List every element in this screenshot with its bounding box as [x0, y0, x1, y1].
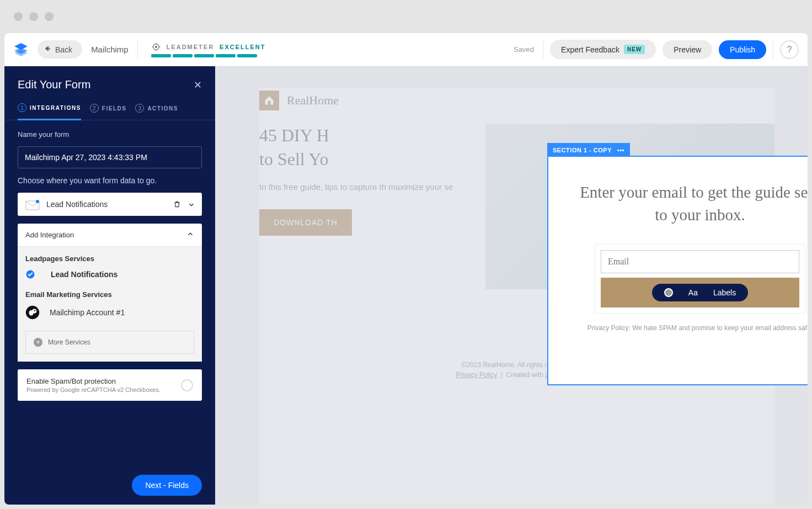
name-form-label: Name your form	[18, 130, 202, 139]
more-services-button[interactable]: + More Services	[25, 331, 194, 354]
crosshair-icon	[151, 42, 161, 52]
more-services-label: More Services	[48, 338, 90, 346]
hero-body: In this free guide, tips to capture th m…	[259, 181, 469, 194]
email-input[interactable]	[601, 250, 799, 273]
email-services-heading: Email Marketing Services	[25, 290, 194, 299]
brand-logo-icon	[259, 91, 279, 110]
breadcrumb: Mailchimp	[91, 45, 129, 54]
popup-privacy-text: Privacy Policy: We hate SPAM and promise…	[578, 324, 808, 332]
mailchimp-icon	[25, 305, 40, 320]
chevron-down-icon[interactable]	[188, 201, 194, 208]
selection-tag-label: SECTION 1 - COPY	[553, 147, 612, 153]
app-window: Back Mailchimp LEADMETER EXCELLENT Saved…	[4, 33, 808, 505]
add-integration-label: Add Integration	[25, 231, 74, 239]
window-dot	[14, 12, 23, 21]
spam-protection-card: Enable Spam/Bot protection Powered by Go…	[18, 369, 202, 401]
service-mailchimp[interactable]: Mailchimp Account #1	[25, 305, 194, 320]
back-button[interactable]: Back	[38, 40, 82, 59]
topbar: Back Mailchimp LEADMETER EXCELLENT Saved…	[4, 33, 808, 66]
integration-label: Lead Notifications	[46, 200, 167, 209]
expert-feedback-button[interactable]: Expert Feedback NEW	[550, 40, 656, 59]
svg-rect-12	[268, 101, 271, 105]
leadmeter-status: EXCELLENT	[220, 44, 265, 50]
editor-canvas[interactable]: RealHome 45 DIY H to Sell Yo In this fre…	[215, 66, 808, 505]
new-badge: NEW	[624, 45, 645, 54]
service-lead-notifications[interactable]: Lead Notifications	[25, 269, 194, 279]
spam-title: Enable Spam/Bot protection	[26, 377, 161, 385]
spam-toggle[interactable]	[181, 379, 193, 391]
trash-icon[interactable]	[173, 200, 181, 208]
step-label: ACTIONS	[147, 105, 178, 112]
leadpages-services-heading: Leadpages Services	[25, 254, 194, 263]
service-name: Mailchimp Account #1	[50, 308, 125, 317]
form-steps: 1 INTEGRATIONS 2 FIELDS 3 ACTIONS	[4, 91, 215, 120]
envelope-icon	[25, 199, 40, 209]
leadmeter-bars	[151, 54, 266, 57]
window-dot	[45, 12, 54, 21]
add-integration-panel: Add Integration Leadpages Services Lead …	[18, 224, 202, 362]
preview-button[interactable]: Preview	[663, 40, 712, 59]
panel-title: Edit Your Form	[18, 78, 90, 91]
back-label: Back	[55, 45, 72, 54]
brand-name: RealHome	[287, 93, 339, 108]
more-icon[interactable]: •••	[617, 147, 624, 153]
inline-style-toolbar: Aa Labels	[652, 284, 748, 301]
expert-feedback-label: Expert Feedback	[561, 45, 619, 54]
integration-lead-notifications[interactable]: Lead Notifications	[18, 193, 202, 216]
labels-control[interactable]: Labels	[713, 288, 736, 297]
step-actions[interactable]: 3 ACTIONS	[135, 103, 178, 120]
publish-button[interactable]: Publish	[719, 40, 766, 59]
submit-button-area[interactable]: Aa Labels	[601, 278, 799, 307]
arrow-left-icon	[44, 45, 52, 54]
edit-form-panel: Edit Your Form ✕ 1 INTEGRATIONS 2 FIELDS…	[4, 66, 215, 505]
step-label: INTEGRATIONS	[30, 105, 81, 111]
choose-destination-label: Choose where you want form data to go.	[18, 176, 202, 185]
next-fields-button[interactable]: Next - Fields	[132, 475, 202, 496]
popup-form[interactable]: Aa Labels	[595, 245, 805, 313]
leadmeter-label: LEADMETER	[167, 44, 214, 50]
selected-section[interactable]: SECTION 1 - COPY ••• Enter your email to…	[547, 156, 808, 385]
svg-point-4	[155, 46, 157, 47]
color-swatch-icon[interactable]	[664, 288, 673, 297]
svg-point-11	[34, 310, 35, 311]
font-control[interactable]: Aa	[688, 288, 698, 297]
checkmark-icon	[25, 269, 35, 279]
step-number: 1	[18, 103, 26, 112]
leadpages-logo-icon	[13, 42, 29, 57]
saved-status: Saved	[514, 45, 534, 54]
step-label: FIELDS	[102, 105, 127, 112]
step-fields[interactable]: 2 FIELDS	[90, 103, 127, 120]
spam-subtitle: Powered by Google reCAPTCHA v2 Checkboxe…	[26, 386, 161, 393]
divider	[137, 40, 138, 60]
help-button[interactable]: ?	[780, 40, 799, 59]
close-icon[interactable]: ✕	[194, 79, 202, 91]
window-chrome	[0, 0, 812, 33]
step-number: 2	[90, 104, 99, 113]
download-button[interactable]: DOWNLOAD TH	[259, 209, 352, 236]
hero-title: 45 DIY H to Sell Yo	[259, 124, 469, 171]
divider	[773, 40, 773, 60]
divider	[543, 40, 543, 60]
service-name: Lead Notifications	[51, 270, 117, 279]
window-dot	[29, 12, 38, 21]
form-name-input[interactable]	[18, 146, 202, 168]
chevron-up-icon	[186, 230, 194, 240]
selection-tag: SECTION 1 - COPY •••	[547, 143, 630, 157]
leadmeter[interactable]: LEADMETER EXCELLENT	[151, 42, 266, 57]
add-integration-toggle[interactable]: Add Integration	[18, 224, 202, 246]
step-number: 3	[135, 104, 144, 113]
svg-point-6	[36, 200, 39, 203]
popup-headline[interactable]: Enter your email to get the guide sent t…	[578, 181, 808, 226]
plus-icon: +	[34, 338, 42, 347]
step-integrations[interactable]: 1 INTEGRATIONS	[18, 103, 81, 120]
footer-privacy-link[interactable]: Privacy Policy	[456, 371, 497, 379]
